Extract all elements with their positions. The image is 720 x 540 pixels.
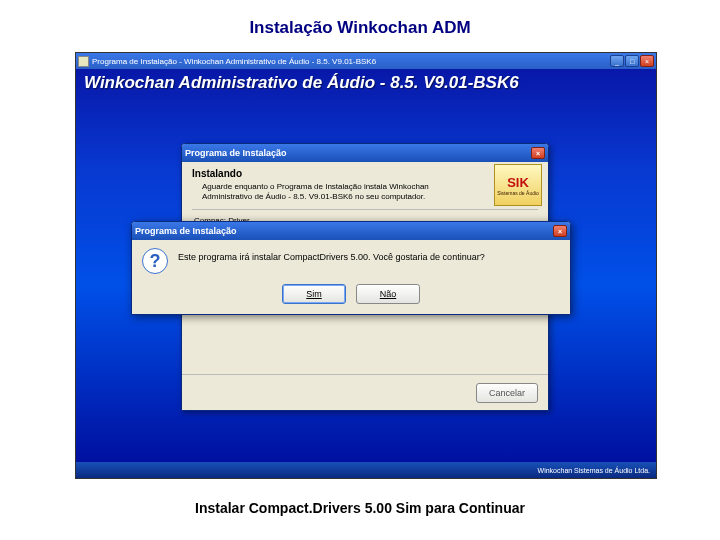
yes-button[interactable]: Sim <box>282 284 346 304</box>
sik-logo-subtext: Sistemas de Áudio <box>497 190 539 196</box>
installer-close-button[interactable]: × <box>531 147 545 159</box>
divider <box>192 209 538 210</box>
minimize-button[interactable]: _ <box>610 55 624 67</box>
installer-background: Winkochan Administrativo de Áudio - 8.5.… <box>76 69 656 462</box>
no-button[interactable]: Não <box>356 284 420 304</box>
confirm-titlebar: Programa de Instalação × <box>132 222 570 240</box>
confirm-close-button[interactable]: × <box>553 225 567 237</box>
confirm-dialog: Programa de Instalação × ? Este programa… <box>131 221 571 315</box>
confirm-message: Este programa irá instalar CompactDriver… <box>178 252 485 274</box>
installer-titlebar: Programa de Instalação × <box>182 144 548 162</box>
close-button[interactable]: × <box>640 55 654 67</box>
outer-window-titlebar: Programa de Instalação - Winkochan Admin… <box>76 53 656 69</box>
installer-screenshot: Programa de Instalação - Winkochan Admin… <box>75 52 657 479</box>
sik-logo-text: SIK <box>507 175 529 190</box>
installer-subtext: Aguarde enquanto o Programa de Instalaçã… <box>202 182 472 203</box>
sik-logo: SIK Sistemas de Áudio <box>494 164 542 206</box>
product-banner: Winkochan Administrativo de Áudio - 8.5.… <box>84 73 519 93</box>
installer-title: Programa de Instalação <box>185 148 531 158</box>
app-icon <box>78 56 89 67</box>
confirm-title: Programa de Instalação <box>135 226 553 236</box>
slide-caption: Instalar Compact.Drivers 5.00 Sim para C… <box>0 500 720 516</box>
maximize-button[interactable]: □ <box>625 55 639 67</box>
yes-button-label: Sim <box>306 289 322 299</box>
cancel-button[interactable]: Cancelar <box>476 383 538 403</box>
slide-title: Instalação Winkochan ADM <box>0 0 720 44</box>
installer-footer: Cancelar <box>182 374 548 410</box>
installer-heading: Instalando <box>192 168 538 179</box>
question-icon: ? <box>142 248 168 274</box>
status-bar: Winkochan Sistemas de Áudio Ltda. <box>76 462 656 478</box>
status-bar-text: Winkochan Sistemas de Áudio Ltda. <box>538 467 650 474</box>
outer-window-title: Programa de Instalação - Winkochan Admin… <box>92 57 610 66</box>
no-button-label: Não <box>380 289 397 299</box>
